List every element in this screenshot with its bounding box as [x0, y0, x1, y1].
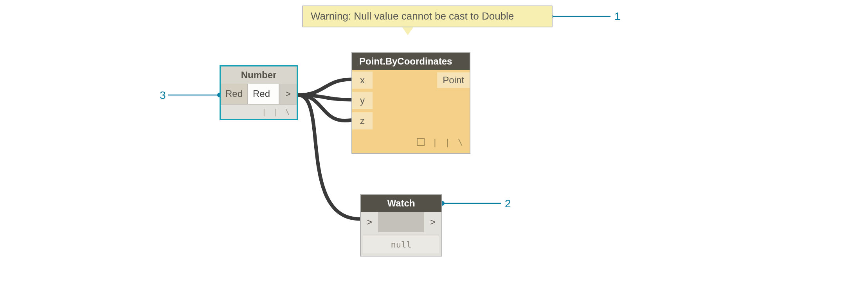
watch-node-output-port[interactable]: >: [424, 212, 441, 232]
diagram-canvas: Warning: Null value cannot be cast to Do…: [0, 0, 868, 305]
number-node[interactable]: Number Red Red > | | \: [220, 65, 298, 120]
watch-node[interactable]: Watch > > null: [360, 194, 442, 257]
point-node-title: Point.ByCoordinates: [352, 53, 470, 70]
number-node-lacing-icon: | | \: [221, 104, 297, 119]
point-node-input-x[interactable]: x: [352, 72, 373, 89]
point-by-coordinates-node[interactable]: Point.ByCoordinates x Point y z | | \: [351, 52, 470, 154]
callout-label-1: 1: [614, 10, 621, 23]
warning-text: Warning: Null value cannot be cast to Do…: [311, 10, 514, 22]
watch-node-input-port[interactable]: >: [361, 212, 378, 232]
watch-node-body: [378, 212, 424, 232]
callout-label-2: 2: [505, 197, 511, 210]
watch-node-title: Watch: [361, 195, 441, 212]
point-node-input-z[interactable]: z: [352, 112, 373, 129]
warning-tooltip: Warning: Null value cannot be cast to Do…: [302, 5, 553, 27]
number-node-output-port[interactable]: >: [279, 84, 297, 104]
callout-label-3: 3: [160, 89, 166, 102]
number-node-title: Number: [221, 66, 297, 84]
warning-tooltip-tail: [402, 27, 413, 35]
number-node-value-field[interactable]: Red: [248, 84, 279, 104]
point-node-lacing-icon: | | \: [432, 137, 464, 147]
point-node-preview-icon: [417, 138, 425, 146]
point-node-input-y[interactable]: y: [352, 92, 373, 109]
watch-node-value: null: [363, 235, 439, 253]
point-node-output-port[interactable]: Point: [437, 72, 470, 88]
number-node-input-label: Red: [221, 84, 248, 104]
